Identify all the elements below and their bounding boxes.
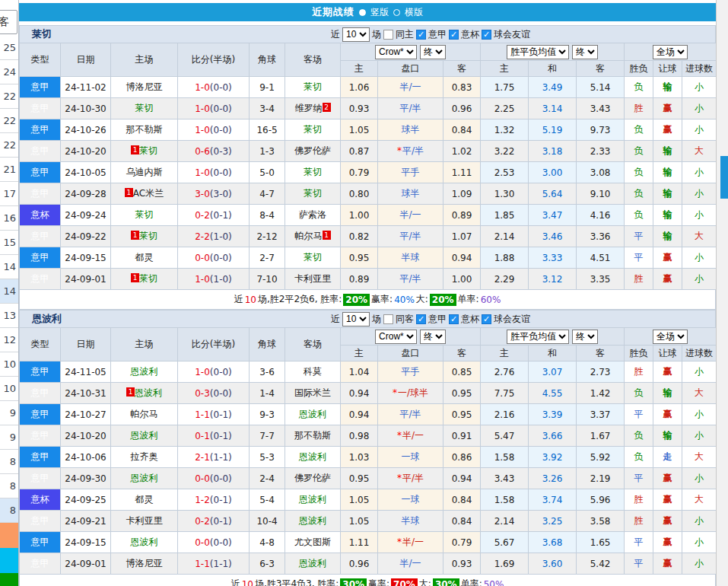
match-row: 意甲24-09-15都灵0-0(0-0)2-7莱切0.95半球0.941.883… <box>20 247 717 269</box>
reversed-handicap-star: * <box>397 145 402 156</box>
same-home-checkbox[interactable] <box>383 30 393 40</box>
rail-partial-cell: 客 <box>0 10 17 34</box>
home-odds-cell: 1.05 <box>341 511 378 532</box>
bookmaker-select[interactable]: Crow* <box>375 45 417 59</box>
standings-points-cell: 16 <box>0 206 18 231</box>
handicap-cell: 半球 <box>378 247 443 269</box>
matches-table: 类型 日期 主场 比分(半场) 角球 客场 Crow* 终 胜平负均值 终 <box>19 327 716 575</box>
match-row: 意甲24-10-05乌迪内斯1-0(0-0)5-0莱切0.79平手1.112.5… <box>20 162 717 183</box>
goals-result-cell: 小 <box>682 205 716 226</box>
wdl-result-cell: 平 <box>625 468 653 489</box>
avg-time-select[interactable]: 终 <box>572 45 598 59</box>
club-friendly-checkbox[interactable] <box>482 314 491 324</box>
sub-handicap: 盘口 <box>378 346 443 361</box>
home-odds-cell: 1.03 <box>341 447 378 468</box>
goals-result-cell: 小 <box>682 247 716 269</box>
team-link: 博洛尼亚 <box>126 558 163 568</box>
match-count-select[interactable]: 10 <box>342 312 370 326</box>
coppa-italia-checkbox[interactable] <box>449 314 459 324</box>
avg-away-cell: 9.10 <box>577 183 625 205</box>
home-team-cell: 博洛尼亚 <box>111 77 178 98</box>
date-cell: 24-09-25 <box>61 489 111 511</box>
standings-points-cell: 22 <box>0 133 18 158</box>
score-cell: 1-1(1-1) <box>178 553 250 575</box>
home-odds-cell: 1.05 <box>341 119 378 141</box>
handicap-cell: *平/半 <box>378 468 443 489</box>
handicap-cell: 半/一 <box>378 77 443 98</box>
avg-draw-cell: 3.00 <box>529 162 577 183</box>
full-match-select[interactable]: 全场 <box>653 45 688 59</box>
team-link: AC米兰 <box>133 188 164 199</box>
wdl-result-cell: 平 <box>625 532 653 553</box>
wdl-result-cell: 负 <box>625 141 653 162</box>
away-odds-cell: 0.83 <box>443 77 481 98</box>
away-team-cell: 帕尔马1 <box>285 226 341 247</box>
corners-cell: 2-4 <box>250 468 285 489</box>
handicap-cell: 球半 <box>378 183 443 205</box>
avg-home-cell: 2.16 <box>481 404 529 425</box>
scrollbar-track[interactable] <box>716 0 728 586</box>
away-odds-cell: 0.89 <box>443 205 481 226</box>
wdl-average-select[interactable]: 胜平负均值 <box>507 45 569 59</box>
club-friendly-checkbox[interactable] <box>482 30 491 40</box>
home-odds-cell: 1.04 <box>341 361 378 383</box>
reversed-handicap-star: * <box>397 537 402 547</box>
wdl-result-cell: 负 <box>625 162 653 183</box>
odds-time-select[interactable]: 终 <box>420 45 446 59</box>
match-count-select[interactable]: 10 <box>342 27 370 42</box>
avg-time-select[interactable]: 终 <box>572 330 598 344</box>
serie-a-checkbox[interactable] <box>416 314 426 324</box>
team-section-header: 恩波利 近 10 场 同客 意甲 意杯 球会友谊 <box>19 310 716 327</box>
odds-win-rate: 70% <box>391 578 418 586</box>
bookmaker-select[interactable]: Crow* <box>375 330 417 344</box>
match-row: 意甲24-09-15恩波利0-0(0-0)4-8尤文图斯1.11*半/一0.79… <box>20 532 717 553</box>
win-rate-badge: 30% <box>340 578 367 586</box>
corners-cell: 3-6 <box>250 361 285 383</box>
avg-draw-cell: 3.25 <box>529 511 577 532</box>
handicap-result-cell: 赢 <box>653 119 682 141</box>
avg-draw-cell: 3.74 <box>529 489 577 511</box>
serie-a-checkbox[interactable] <box>416 30 426 40</box>
odds-time-select[interactable]: 终 <box>420 330 446 344</box>
games-label: 场 <box>372 313 381 326</box>
handicap-cell: 平/半 <box>378 226 443 247</box>
sub-wdl: 胜负 <box>625 346 653 361</box>
team-link: 佛罗伦萨 <box>294 145 331 156</box>
date-cell: 24-10-20 <box>61 141 111 162</box>
handicap-cell: 半球 <box>378 511 443 532</box>
summary-games: 10 <box>242 579 253 586</box>
match-row: 意甲24-10-20恩波利0-1(0-1)7-7那不勒斯0.98*半/一0.91… <box>20 425 717 447</box>
recent-summary: 近 10 场,胜3平4负3, 胜率: 30% 赢率: 70% 大: 30% 单率… <box>19 575 716 586</box>
away-odds-cell: 0.94 <box>443 247 481 269</box>
avg-home-cell: 2.29 <box>481 269 529 290</box>
avg-away-cell: 5.14 <box>577 77 625 98</box>
team-link: 莱切 <box>139 145 157 156</box>
league-type-cell: 意甲 <box>20 383 61 404</box>
home-odds-cell: 1.00 <box>341 205 378 226</box>
wdl-average-select[interactable]: 胜平负均值 <box>507 330 569 344</box>
team-link: 博洛尼亚 <box>126 81 163 92</box>
home-team-cell: 恩波利 <box>111 425 178 447</box>
full-match-select[interactable]: 全场 <box>653 330 688 344</box>
same-away-checkbox[interactable] <box>383 314 393 324</box>
home-team-cell: 恩波利 <box>111 532 178 553</box>
sub-goals: 进球数 <box>682 346 716 361</box>
home-team-cell: 1莱切 <box>111 226 178 247</box>
avg-home-cell: 1.85 <box>481 205 529 226</box>
horizontal-layout-radio[interactable] <box>393 9 400 16</box>
handicap-cell: 平/半 <box>378 98 443 119</box>
away-team-cell: 莱切 <box>285 77 341 98</box>
recent-results-screen: 客 25242222222117161514141312101099888 近期… <box>0 0 728 586</box>
col-score: 比分(半场) <box>178 328 250 361</box>
scrollbar-thumb[interactable] <box>720 156 728 199</box>
home-team-cell: 都灵 <box>111 489 178 511</box>
home-odds-cell: 0.98 <box>341 425 378 447</box>
corners-cell: 8-4 <box>250 205 285 226</box>
vertical-layout-radio[interactable] <box>359 9 366 16</box>
avg-select-header: 胜平负均值 终 <box>481 43 625 61</box>
league-type-cell: 意甲 <box>20 269 61 290</box>
handicap-cell: *一/球半 <box>378 383 443 404</box>
league-type-cell: 意杯 <box>20 205 61 226</box>
coppa-italia-checkbox[interactable] <box>449 30 459 40</box>
handicap-cell: 半/一 <box>378 553 443 575</box>
